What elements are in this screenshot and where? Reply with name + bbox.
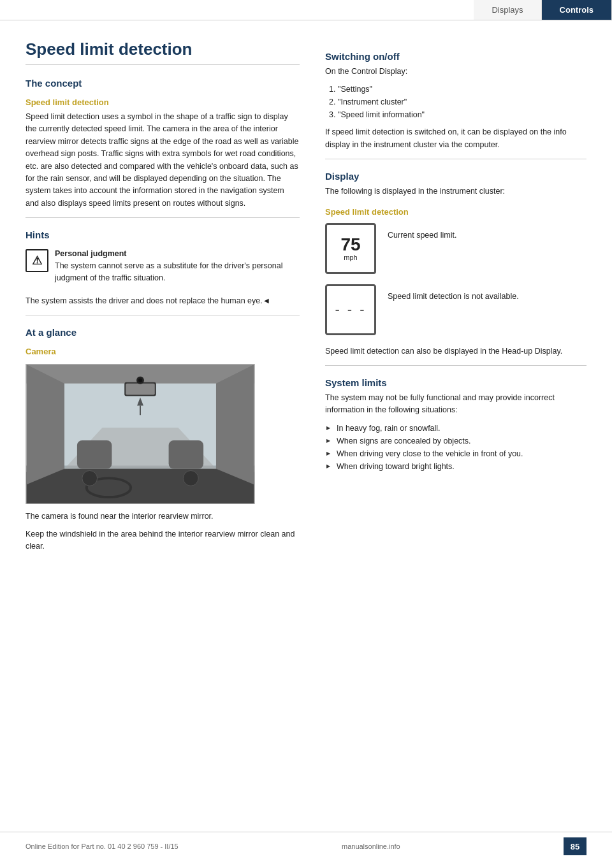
list-item: When driving very close to the vehicle i… xyxy=(325,447,586,460)
list-item: "Instrument cluster" xyxy=(338,96,586,108)
camera-body: The camera is found near the interior re… xyxy=(26,510,300,523)
switching-body: On the Control Display: xyxy=(325,66,586,78)
display-body2: Speed limit detection can also be displa… xyxy=(325,345,586,358)
list-item: When signs are concealed by objects. xyxy=(325,435,586,447)
hint-content: Personal judgment The system cannot serv… xyxy=(55,249,300,290)
divider-system-limits xyxy=(325,365,586,366)
hint-body2: The system assists the driver and does n… xyxy=(26,295,300,307)
keep-windshield-body: Keep the windshield in the area behind t… xyxy=(26,528,300,553)
footer-edition-text: Online Edition for Part no. 01 40 2 960 … xyxy=(26,843,178,850)
svg-rect-4 xyxy=(126,384,155,395)
display-heading: Display xyxy=(325,171,586,182)
svg-rect-7 xyxy=(77,440,112,469)
hint-body1: The system cannot serve as a substitute … xyxy=(55,260,300,285)
switching-body2: If speed limit detection is switched on,… xyxy=(325,126,586,151)
speed-detection-body: Speed limit detection uses a symbol in t… xyxy=(26,111,300,210)
camera-subheading: Camera xyxy=(26,347,300,356)
switching-steps-list: "Settings" "Instrument cluster" "Speed l… xyxy=(338,83,586,121)
system-limits-body: The system may not be fully functional a… xyxy=(325,392,586,417)
divider-display xyxy=(325,159,586,159)
speed-unit: mph xyxy=(344,254,357,261)
system-limits-heading: System limits xyxy=(325,377,586,388)
the-concept-heading: The concept xyxy=(26,78,300,89)
warning-icon: ⚠ xyxy=(26,249,48,272)
switching-heading: Switching on/off xyxy=(325,51,586,62)
system-limits-list: In heavy fog, rain or snowfall. When sig… xyxy=(325,422,586,473)
camera-image xyxy=(26,364,255,504)
speed-sign-unavailable: - - - xyxy=(325,284,376,335)
top-navigation: Displays Controls xyxy=(0,0,612,20)
hints-heading: Hints xyxy=(26,229,300,240)
tab-controls[interactable]: Controls xyxy=(542,0,612,20)
divider-at-a-glance xyxy=(26,315,300,315)
list-item: "Speed limit information" xyxy=(338,108,586,121)
hint-title: Personal judgment xyxy=(55,249,300,258)
divider-hints xyxy=(26,217,300,218)
at-a-glance-heading: At a glance xyxy=(26,327,300,338)
page-content: Speed limit detection The concept Speed … xyxy=(0,20,612,596)
speed-limit-detection-subheading-right: Speed limit detection xyxy=(325,207,586,217)
right-column: Switching on/off On the Control Display:… xyxy=(325,40,586,558)
svg-point-13 xyxy=(183,471,198,486)
list-item: When driving toward bright lights. xyxy=(325,460,586,473)
speed-limit-detection-subheading-left: Speed limit detection xyxy=(26,98,300,107)
display-body: The following is displayed in the instru… xyxy=(325,185,586,198)
speed-dashes: - - - xyxy=(335,301,366,318)
speed-number: 75 xyxy=(340,236,360,254)
page-footer: Online Edition for Part no. 01 40 2 960 … xyxy=(0,832,612,855)
list-item: In heavy fog, rain or snowfall. xyxy=(325,422,586,435)
main-title: Speed limit detection xyxy=(26,40,300,65)
speed-sign-2-desc: Speed limit detection is not available. xyxy=(388,284,586,303)
left-column: Speed limit detection The concept Speed … xyxy=(26,40,300,558)
svg-point-6 xyxy=(138,379,142,382)
list-item: "Settings" xyxy=(338,83,586,96)
svg-rect-8 xyxy=(169,440,204,469)
speed-sign-row-2: - - - Speed limit detection is not avail… xyxy=(325,284,586,335)
speed-sign-75: 75 mph xyxy=(325,223,376,274)
speed-sign-1-desc: Current speed limit. xyxy=(388,223,586,242)
svg-point-12 xyxy=(82,471,98,486)
page-number: 85 xyxy=(564,837,586,855)
footer-brand: manualsonline.info xyxy=(342,843,400,850)
speed-sign-row-1: 75 mph Current speed limit. xyxy=(325,223,586,274)
hint-box: ⚠ Personal judgment The system cannot se… xyxy=(26,249,300,290)
tab-displays[interactable]: Displays xyxy=(474,0,541,20)
